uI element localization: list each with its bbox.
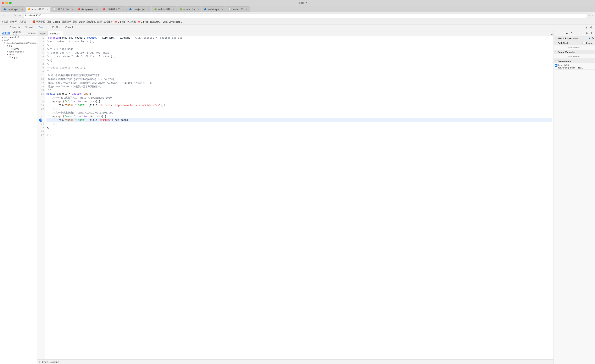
tab-close-icon[interactable]: ✕	[246, 8, 248, 10]
scope-variables-header[interactable]: ▼ Scope Variables	[554, 50, 595, 54]
expand-icon[interactable]: ⊻	[584, 25, 588, 29]
tab-sources[interactable]: Sources	[36, 24, 50, 30]
tree-item-file[interactable]: ▼ file://	[0, 39, 37, 42]
tab-elements[interactable]: Elements	[7, 24, 22, 30]
bookmark-github-danialfari[interactable]: 🐙 GitHub - danialfari...	[137, 20, 161, 23]
bookmark-icon[interactable]: ☆	[588, 14, 591, 17]
breakpoints-section: ▼ Breakpoints index.js:23 res.render("in…	[554, 59, 595, 70]
address-bar-icons: ☆ ≡	[588, 14, 593, 17]
tab-node-inspect[interactable]: 🔵 node-inspec... ✕	[1, 7, 25, 12]
breakpoints-header[interactable]: ▼ Breakpoints	[554, 59, 595, 63]
code-line-6: // res.render('index', {title: 'Express'…	[46, 55, 552, 58]
tab-localhost[interactable]: 📄 127.0.0.1:30... ✕	[51, 7, 75, 12]
tab-close-icon[interactable]: ✕	[148, 8, 149, 10]
code-line-16: module.exports = function(app) {	[46, 92, 552, 96]
ft-tab-sources[interactable]: Sources	[2, 32, 10, 35]
code-line-14: 渲染views/index.ejs模版并显示到浏览器中。	[46, 85, 552, 88]
bookmark-baidu-translate[interactable]: 百度翻译	[62, 20, 71, 23]
resume-icon[interactable]: ▶	[565, 31, 569, 35]
step-into-icon[interactable]: ↓	[575, 31, 579, 35]
tree-item-node-modules[interactable]: ▶ node_modules	[0, 50, 37, 53]
code-tab-close-icon[interactable]: ✕	[59, 32, 61, 35]
ft-tab-content-scripts[interactable]: Content scrip...	[13, 30, 24, 36]
bookmark-label: 应用	[4, 20, 8, 23]
tab-nodejs-no[interactable]: 🔵 node.js - (no... ✕	[127, 7, 151, 12]
tab-network[interactable]: Network	[22, 24, 36, 30]
home-button[interactable]: ⌂	[18, 14, 22, 18]
tab-movie[interactable]: 🔴 一路向西女主... ✕	[100, 7, 127, 12]
tree-item-users-path[interactable]: ▼ Users/hezi/WebstormProjects/...	[0, 42, 37, 44]
tab-close-icon[interactable]: ✕	[46, 8, 48, 10]
close-button[interactable]	[2, 2, 4, 4]
bookmark-apple[interactable]: 🍎 苹果中国	[32, 20, 45, 23]
tree-item-www[interactable]: 📄 www	[0, 47, 37, 50]
tab-favicon: 🔴	[102, 8, 105, 11]
code-tab-index-js[interactable]: index.js ✕	[48, 31, 63, 36]
bookmark-zawen[interactable]: 杂文随笔	[86, 20, 96, 23]
tree-item-bin[interactable]: ▼ bin	[0, 44, 37, 47]
tab-profiles[interactable]: Profiles	[50, 24, 63, 30]
bookmark-study[interactable]: Study	[79, 21, 85, 23]
tab-close-icon[interactable]: ✕	[123, 8, 124, 10]
minimize-button[interactable]	[5, 2, 8, 4]
bookmark-busy-dev[interactable]: Busy Developers'...	[163, 21, 182, 23]
line-num-27: 27	[38, 133, 44, 137]
bookmark-entertainment[interactable]: 娱乐	[97, 20, 102, 23]
tab-module[interactable]: 🟢 module | No... ✕	[177, 7, 201, 12]
tab-localhost30[interactable]: 📄 localhost:30... ✕	[226, 7, 250, 12]
tab-close-icon[interactable]: ✕	[21, 8, 23, 10]
split-view-icon[interactable]: ⊞	[551, 33, 553, 36]
tab-label: node.js 调试...	[32, 8, 46, 11]
maximize-button[interactable]	[9, 2, 12, 4]
bookmark-github[interactable]: 🐙 GitHub	[114, 20, 125, 23]
code-tab-www[interactable]: www	[38, 31, 48, 36]
step-out-icon[interactable]: ↑	[580, 31, 584, 35]
tab-close-icon[interactable]: ✕	[221, 8, 223, 10]
watch-expressions-header[interactable]: ▼ Watch Expressions + ↻	[554, 36, 595, 41]
bookmark-baidu[interactable]: 百度	[47, 20, 51, 23]
pause-on-exceptions-icon[interactable]: ⏸	[590, 31, 594, 35]
tab-debugging[interactable]: 🔴 debugging n... ✕	[76, 7, 100, 12]
bookmark-personal[interactable]: 个人收藏	[127, 20, 136, 23]
step-over-icon[interactable]: ↷	[570, 31, 574, 35]
code-line-26	[46, 129, 552, 133]
code-tab-label: index.js	[50, 32, 58, 35]
tab-close-icon[interactable]: ✕	[198, 8, 199, 10]
code-editor[interactable]: 1 2 3 4 5 6 7 8 9 10 11 12 13 14	[37, 36, 553, 359]
deactivate-breakpoints-icon[interactable]: ⊗	[585, 31, 589, 35]
bookmark-bing[interactable]: 必应	[73, 20, 77, 23]
tab-console[interactable]: Console	[63, 24, 77, 30]
address-input[interactable]	[23, 13, 587, 18]
bookmark-shaonienji[interactable]: 少年乖！我不说了～	[10, 20, 31, 23]
line-num-23-breakpoint[interactable]: 23	[39, 119, 42, 122]
ft-tab-snippets[interactable]: Snippets	[27, 32, 35, 34]
code-line-24: });	[46, 122, 552, 126]
bookmark-apps[interactable]: ⊞ 应用	[2, 20, 8, 23]
tree-item-app-js[interactable]: 📄 app.js	[0, 56, 37, 59]
tree-item-core-modules[interactable]: ▶ (core modules)	[0, 36, 37, 39]
async-checkbox[interactable]: Async	[581, 42, 594, 44]
settings-icon[interactable]: ≡	[592, 14, 593, 17]
bookmark-label: 百度	[47, 20, 51, 23]
tab-nodejs-debug[interactable]: 🟠 node.js 调试... ✕	[26, 7, 50, 12]
reload-button[interactable]: ↻	[13, 14, 17, 18]
forward-button[interactable]: ›	[7, 14, 11, 18]
tab-close-icon[interactable]: ✕	[173, 8, 175, 10]
back-button[interactable]: ‹	[2, 14, 6, 18]
tab-nodejs-connect[interactable]: 🟢 Node.js 连接... ✕	[152, 7, 177, 12]
watch-refresh-button[interactable]: ↻	[592, 37, 594, 40]
breakpoint-item-1[interactable]: index.js:23 res.render("index", {title:.…	[554, 63, 595, 70]
tab-close-icon[interactable]: ✕	[71, 8, 73, 10]
breakpoint-checkbox[interactable]	[555, 64, 557, 67]
tab-node-inspect2[interactable]: 🔵 Node Inspe... ✕	[202, 7, 225, 12]
cursor-icon[interactable]: ⬚	[2, 25, 6, 29]
tree-item-routes[interactable]: ▶ routes	[0, 53, 37, 56]
async-checkbox-input[interactable]	[582, 42, 585, 44]
code-line-22: app.get("/abcd", function (req, res) {	[46, 114, 552, 118]
watch-add-button[interactable]: +	[589, 37, 590, 40]
call-stack-header[interactable]: ▼ Call Stack Async	[554, 41, 595, 45]
tab-close-icon[interactable]: ✕	[96, 8, 98, 10]
bookmark-life[interactable]: 生活服务	[104, 20, 113, 23]
bookmark-google[interactable]: Google	[53, 21, 60, 23]
settings-gear-icon[interactable]: ⚙	[589, 25, 593, 29]
